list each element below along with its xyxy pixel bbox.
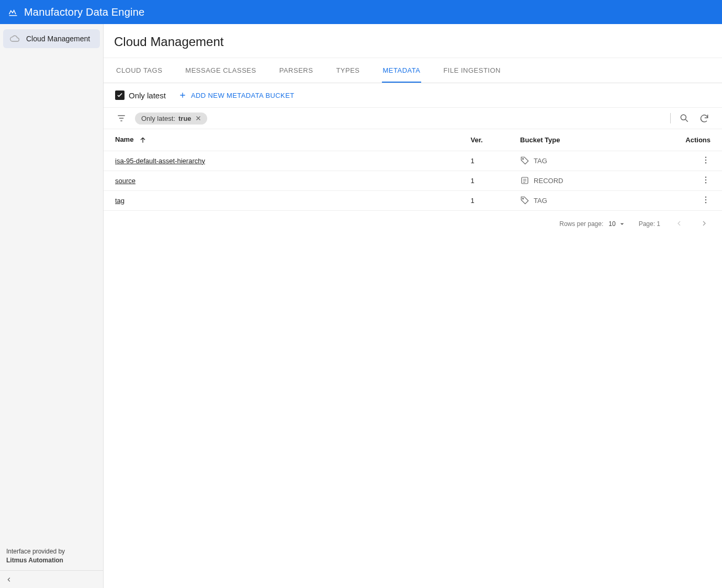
main-content: Cloud Management CLOUD TAGS MESSAGE CLAS…	[104, 24, 722, 588]
svg-point-7	[705, 179, 706, 180]
footer-line1: Interface provided by	[6, 547, 97, 556]
column-header-type[interactable]: Bucket Type	[512, 129, 672, 151]
sidebar-item-label: Cloud Management	[26, 35, 90, 43]
rows-per-page-value: 10	[608, 220, 615, 228]
tag-icon	[520, 196, 529, 205]
row-name-link[interactable]: isa-95-default-asset-hierarchy	[115, 157, 205, 165]
row-bucket-type: TAG	[520, 156, 664, 165]
tab-message-classes[interactable]: MESSAGE CLASSES	[184, 58, 257, 83]
table-row: tag 1 TAG	[104, 190, 722, 210]
tab-file-ingestion[interactable]: FILE INGESTION	[442, 58, 502, 83]
page-header: Cloud Management	[104, 24, 722, 58]
brand-icon	[7, 6, 19, 18]
more-vert-icon	[701, 155, 710, 165]
chevron-left-icon	[675, 219, 683, 228]
svg-point-3	[705, 159, 706, 160]
sidebar-collapse-button[interactable]	[0, 570, 103, 588]
more-vert-icon	[701, 175, 710, 185]
table-row: isa-95-default-asset-hierarchy 1 TAG	[104, 151, 722, 171]
column-header-actions: Actions	[672, 129, 722, 151]
tab-cloud-tags[interactable]: CLOUD TAGS	[115, 58, 163, 83]
filter-button[interactable]	[115, 112, 128, 125]
rows-per-page-label: Rows per page:	[559, 220, 603, 228]
only-latest-checkbox[interactable]: Only latest	[115, 91, 166, 100]
tabs: CLOUD TAGS MESSAGE CLASSES PARSERS TYPES…	[104, 58, 722, 83]
row-actions-menu[interactable]	[701, 175, 710, 185]
svg-point-9	[523, 198, 524, 199]
filter-bar: Only latest: true	[104, 108, 722, 129]
column-header-ver[interactable]: Ver.	[462, 129, 512, 151]
only-latest-label: Only latest	[129, 91, 166, 100]
chevron-right-icon	[700, 219, 708, 228]
tab-parsers[interactable]: PARSERS	[278, 58, 314, 83]
chip-remove-button[interactable]	[195, 115, 202, 122]
toolbar: Only latest ADD NEW METADATA BUCKET	[104, 83, 722, 108]
plus-icon	[178, 91, 187, 99]
more-vert-icon	[701, 195, 710, 205]
cloud-icon	[9, 33, 20, 44]
pagination: Rows per page: 10 Page: 1	[104, 211, 722, 238]
svg-point-10	[705, 196, 706, 197]
divider	[670, 113, 671, 123]
page-title: Cloud Management	[114, 35, 712, 49]
svg-point-11	[705, 199, 706, 200]
row-type-label: RECORD	[534, 177, 563, 185]
chip-prefix: Only latest:	[141, 115, 175, 122]
svg-point-1	[523, 159, 524, 160]
sidebar-nav: Cloud Management	[0, 24, 103, 542]
prev-page-button[interactable]	[673, 217, 685, 231]
row-actions-menu[interactable]	[701, 155, 710, 165]
filter-icon	[116, 113, 127, 123]
sidebar-item-cloud-management[interactable]: Cloud Management	[3, 29, 100, 48]
column-header-name[interactable]: Name	[104, 129, 462, 151]
close-icon	[195, 115, 202, 122]
row-ver: 1	[462, 190, 512, 210]
rows-per-page-select[interactable]: 10	[608, 220, 626, 228]
chip-value: true	[178, 115, 191, 122]
row-bucket-type: TAG	[520, 196, 664, 205]
top-app-bar: Manufactory Data Engine	[0, 0, 722, 24]
filter-chip-only-latest[interactable]: Only latest: true	[135, 112, 207, 125]
svg-point-2	[705, 156, 706, 157]
footer-line2: Litmus Automation	[6, 556, 97, 565]
tab-types[interactable]: TYPES	[335, 58, 360, 83]
svg-point-6	[705, 176, 706, 177]
tab-metadata[interactable]: METADATA	[382, 58, 422, 83]
table-row: source 1 RECORD	[104, 171, 722, 190]
search-icon	[679, 113, 690, 123]
chevron-left-icon	[5, 576, 13, 583]
checkbox-icon	[115, 91, 125, 100]
record-icon	[520, 176, 529, 185]
metadata-table: Name Ver. Bucket Type Actions isa-95-def…	[104, 129, 722, 211]
row-actions-menu[interactable]	[701, 195, 710, 205]
page-label: Page: 1	[639, 220, 660, 228]
row-type-label: TAG	[534, 157, 547, 165]
sidebar: Cloud Management Interface provided by L…	[0, 24, 104, 588]
app-title: Manufactory Data Engine	[24, 6, 144, 18]
next-page-button[interactable]	[698, 217, 710, 231]
add-metadata-bucket-button[interactable]: ADD NEW METADATA BUCKET	[178, 91, 295, 99]
svg-point-12	[705, 202, 706, 203]
add-button-label: ADD NEW METADATA BUCKET	[191, 92, 295, 99]
svg-point-0	[681, 115, 686, 120]
sidebar-footer: Interface provided by Litmus Automation	[0, 542, 103, 570]
row-ver: 1	[462, 151, 512, 171]
row-name-link[interactable]: source	[115, 177, 136, 185]
refresh-icon	[699, 113, 709, 123]
row-ver: 1	[462, 171, 512, 190]
svg-point-4	[705, 162, 706, 163]
tag-icon	[520, 156, 529, 165]
dropdown-icon	[618, 220, 626, 228]
row-type-label: TAG	[534, 197, 547, 205]
row-name-link[interactable]: tag	[115, 197, 125, 205]
row-bucket-type: RECORD	[520, 176, 664, 185]
col-name-label: Name	[115, 135, 133, 143]
svg-point-8	[705, 182, 706, 183]
search-button[interactable]	[678, 112, 691, 125]
refresh-button[interactable]	[698, 112, 710, 125]
sort-asc-icon	[139, 136, 147, 144]
